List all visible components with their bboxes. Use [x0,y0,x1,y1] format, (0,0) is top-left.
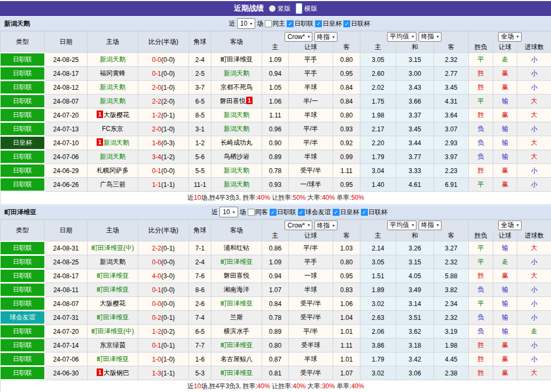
radio-label[interactable]: 竖版 [278,4,290,13]
checkbox-checked-icon[interactable]: ✓ [333,209,340,216]
league-checkbox-0[interactable]: ✓日职联 [287,19,313,28]
match-type-cell: 日皇杯 [1,136,45,150]
summary-row: 近10场,胜4平3负3, 胜率:40% 让胜率:50% 大率:40% 单率:50… [1,192,551,205]
match-count-select[interactable]: 10▾ [219,207,238,217]
corner-cell: 1-2 [189,136,211,150]
date-cell: 24-06-29 [45,164,88,178]
team-name: 町田泽维亚 [221,56,253,63]
same-venue-checkbox-label[interactable]: 同主 [272,19,285,28]
corner-cell: 2-6 [189,297,211,311]
checkbox-checked-icon[interactable]: ✓ [315,20,322,27]
odds-time-select[interactable]: 终指▾ [419,221,442,230]
checkbox-icon[interactable] [248,209,255,216]
goals-result-cell: 小 [517,53,551,67]
corner-cell: 1-6 [189,352,211,366]
halftime-score: (0-1) [161,112,175,119]
team-name: 磐田喜悦 [220,97,246,105]
match-type-cell: 日职联 [1,178,45,192]
radio-icon[interactable] [269,5,276,12]
summary-segment: 单率: [335,194,351,201]
chevron-down-icon: ▾ [233,210,235,215]
summary-segment: 10 [194,194,201,201]
chevron-down-icon: ▾ [250,21,252,26]
odds-time-select[interactable]: 终指▾ [314,221,337,230]
checkbox-checked-icon[interactable]: ✓ [270,209,277,216]
match-type-cell: 日职联 [1,164,45,178]
checkbox-checked-icon[interactable]: ✓ [298,209,305,216]
euro-odds-cell: 3.18 [396,339,434,352]
league-checkbox-1-label[interactable]: 球会友谊 [305,208,331,217]
match-type-cell: 日职联 [1,67,45,81]
checkbox-checked-icon[interactable]: ✓ [361,209,368,216]
handicap-result-cell: 赢 [493,352,517,366]
checkbox-checked-icon[interactable]: ✓ [343,20,350,27]
league-checkbox-0[interactable]: ✓日职联 [270,208,296,217]
goals-result-cell: 走 [517,325,551,339]
away-team-cell: 横滨水手 [211,325,262,339]
league-checkbox-1[interactable]: ✓球会友谊 [298,208,331,217]
match-row: 日职联24-08-17福冈黄蜂0-1(0-0)2-5新潟天鹅0.94平手0.95… [1,67,551,81]
score-cell: 2-0(1-0) [138,81,189,95]
radio-label[interactable]: 横版 [304,4,317,13]
layout-radio-vertical[interactable]: 竖版 [269,4,290,13]
asia-odds-cell: 1.03 [333,241,360,255]
euro-odds-cell: 3.62 [396,325,434,339]
odds-time-select-label: 终指 [317,33,330,42]
corner-cell: 7-1 [189,241,211,255]
league-badge: 日职联 [1,151,44,163]
handicap-result-cell: 输 [493,283,517,297]
corner-cell: 3-7 [189,81,211,95]
euro-odds-cell: 1.79 [360,150,396,164]
match-row: 日职联24-06-26广岛三箭1-1(1-1)11-1新潟天鹅0.93一/球半0… [1,178,551,192]
same-venue-checkbox[interactable]: 同客 [248,208,268,217]
league-checkbox-3-label[interactable]: 日联杯 [368,208,388,217]
summary-segment: 40% [293,382,305,390]
away-team-cell: 湘南海洋 [211,283,262,297]
match-row: 日职联24-07-13FC东京2-0(1-0)3-1新潟天鹅0.96平/半0.9… [1,122,551,136]
league-badge: 日职联 [1,53,44,66]
league-checkbox-0-label[interactable]: 日职联 [277,208,296,217]
asia-odds-cell: 0.80 [333,108,360,122]
chevron-down-icon: ▾ [437,223,439,228]
average-select[interactable]: 平均值▾ [387,32,416,42]
radio-selected-icon[interactable] [296,3,302,14]
layout-radio-horizontal[interactable]: 横版 [296,3,317,14]
league-checkbox-2[interactable]: ✓日皇杯 [333,208,359,217]
away-team-cell: 新潟天鹅 [211,122,262,136]
col-header-corner: 角球 [189,220,211,241]
checkbox-checked-icon[interactable]: ✓ [287,20,294,27]
fulltime-score: 2-0 [152,126,161,133]
goals-result-cell: 大 [517,150,551,164]
full-match-select[interactable]: 全场▾ [498,32,521,42]
col-header-line_result: 让球 [493,42,517,53]
match-count-select[interactable]: 10▾ [237,18,255,29]
goals-result-cell: 大 [517,241,551,255]
league-checkbox-2-label[interactable]: 日皇杯 [340,208,359,217]
checkbox-icon[interactable] [265,20,272,27]
bookmaker-select[interactable]: Crow*▾ [285,221,312,230]
league-checkbox-1-label[interactable]: 日皇杯 [322,19,342,28]
team-name: 新潟天鹅 [100,153,125,160]
asia-odds-cell: 0.96 [262,122,289,136]
corner-cell: 8-6 [189,283,211,297]
asia-odds-cell: 1.11 [262,108,289,122]
bookmaker-select[interactable]: Crow*▾ [285,32,312,42]
average-select[interactable]: 平均值▾ [387,221,416,230]
match-row: 日职联24-06-29札幌冈萨多0-1(0-0)5-5新潟天鹅0.78受平/半1… [1,164,551,178]
handicap-result-cell: 输 [493,150,517,164]
full-match-select[interactable]: 全场▾ [498,221,521,230]
same-venue-checkbox-label[interactable]: 同客 [255,208,268,217]
league-checkbox-2-label[interactable]: 日联杯 [351,19,370,28]
near-label: 近 [211,208,218,217]
asia-odds-cell: 0.83 [333,283,360,297]
league-checkbox-0-label[interactable]: 日职联 [294,19,313,28]
halftime-score: (0-0) [161,56,175,64]
league-checkbox-2[interactable]: ✓日联杯 [343,19,370,28]
league-checkbox-3[interactable]: ✓日联杯 [361,208,388,217]
same-venue-checkbox[interactable]: 同主 [265,19,285,28]
halftime-score: (1-1) [161,370,175,377]
odds-time-select[interactable]: 终指▾ [419,32,442,42]
euro-odds-cell: 3.14 [396,297,434,311]
league-checkbox-1[interactable]: ✓日皇杯 [315,19,342,28]
odds-time-select[interactable]: 终指▾ [314,32,337,42]
